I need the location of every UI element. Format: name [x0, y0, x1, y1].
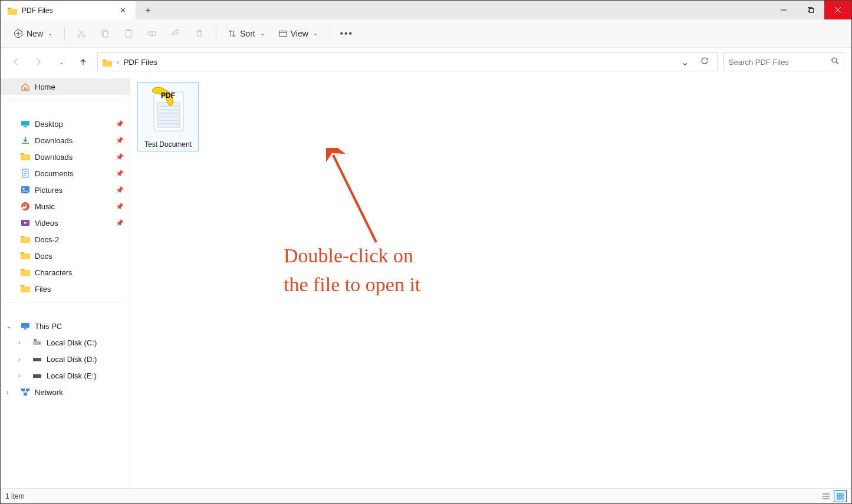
svg-point-16 — [23, 188, 25, 190]
window-controls — [770, 1, 851, 19]
clipboard-icon — [124, 29, 133, 38]
sidebar-quick-item[interactable]: Docs — [1, 248, 130, 264]
new-button[interactable]: New ⌄ — [8, 25, 58, 42]
pin-icon: 📌 — [116, 186, 124, 194]
copy-button[interactable] — [94, 23, 116, 44]
sidebar-home-label: Home — [35, 83, 55, 91]
delete-button[interactable] — [189, 23, 210, 44]
new-label: New — [27, 29, 43, 38]
paste-button[interactable] — [118, 23, 139, 44]
network-icon — [21, 387, 30, 397]
sidebar-quick-item[interactable]: Desktop📌 — [1, 116, 130, 132]
plus-circle-icon — [14, 29, 23, 38]
view-button[interactable]: View ⌄ — [273, 25, 324, 42]
search-icon — [831, 57, 839, 67]
chevron-down-icon: ⌄ — [48, 30, 52, 37]
svg-point-4 — [83, 35, 85, 37]
sidebar-drive-item[interactable]: ›Local Disk (D:) — [1, 351, 130, 367]
tab-close-button[interactable]: ✕ — [117, 6, 129, 15]
chevron-down-icon[interactable]: ⌄ — [6, 323, 11, 330]
sidebar-quick-item[interactable]: Pictures📌 — [1, 182, 130, 198]
sidebar-network[interactable]: › Network — [1, 384, 130, 400]
refresh-button[interactable] — [697, 57, 712, 67]
sidebar-item-label: Pictures — [35, 186, 62, 195]
trash-icon — [195, 29, 204, 38]
sidebar-this-pc[interactable]: ⌄ This PC — [1, 318, 130, 334]
folder-icon — [8, 6, 17, 14]
sidebar-quick-item[interactable]: Characters — [1, 264, 130, 281]
sort-label: Sort — [240, 29, 255, 38]
chevron-down-icon: ⌄ — [59, 59, 64, 65]
sidebar-home[interactable]: Home — [1, 78, 130, 95]
music-icon — [21, 202, 30, 211]
more-button[interactable]: ••• — [336, 23, 357, 44]
chevron-down-icon: ⌄ — [313, 30, 318, 37]
sidebar-quick-item[interactable]: Documents📌 — [1, 165, 130, 182]
sort-button[interactable]: Sort ⌄ — [222, 25, 271, 42]
svg-rect-29 — [26, 388, 29, 391]
view-mode-toggle — [820, 490, 847, 502]
icons-view-button[interactable] — [834, 490, 847, 502]
tab-active[interactable]: PDF Files ✕ — [1, 1, 136, 19]
svg-rect-42 — [841, 493, 843, 496]
sidebar-quick-item[interactable]: Docs-2 — [1, 231, 130, 248]
chevron-right-icon[interactable]: › — [18, 340, 20, 346]
pin-icon: 📌 — [116, 170, 124, 177]
sidebar-item-label: Local Disk (E:) — [47, 371, 97, 380]
file-pane[interactable]: PDF Test Document Double-click on the fi… — [130, 76, 851, 488]
view-label: View — [291, 29, 308, 38]
toolbar: New ⌄ Sort ⌄ View ⌄ — [1, 19, 851, 48]
sidebar-drive-item[interactable]: ›Local Disk (C:) — [1, 334, 130, 351]
address-row: ⌄ › PDF Files ⌄ — [1, 48, 851, 76]
maximize-button[interactable] — [797, 1, 824, 19]
breadcrumb-current[interactable]: PDF Files — [124, 58, 157, 67]
documents-icon — [21, 169, 30, 178]
minimize-button[interactable] — [770, 1, 797, 19]
scissors-icon — [77, 29, 86, 38]
details-view-button[interactable] — [820, 490, 833, 502]
forward-button[interactable] — [30, 54, 47, 70]
share-button[interactable] — [165, 23, 186, 44]
search-box[interactable] — [723, 52, 844, 71]
svg-rect-30 — [24, 393, 27, 396]
pin-icon: 📌 — [116, 153, 124, 161]
sidebar-item-label: Characters — [35, 268, 73, 277]
chevron-right-icon[interactable]: › — [18, 373, 20, 379]
sidebar-network-label: Network — [35, 388, 63, 397]
sidebar-drive-item[interactable]: ›Local Disk (E:) — [1, 367, 130, 384]
svg-point-25 — [39, 359, 40, 360]
new-tab-button[interactable]: ＋ — [136, 1, 160, 19]
sidebar-quick-item[interactable]: Files — [1, 281, 130, 297]
svg-rect-28 — [21, 388, 25, 391]
status-bar: 1 item — [1, 488, 851, 503]
sidebar-item-label: Local Disk (C:) — [47, 338, 97, 347]
up-button[interactable] — [75, 54, 91, 70]
sidebar-quick-item[interactable]: Videos📌 — [1, 215, 130, 231]
sidebar-quick-item[interactable]: Downloads📌 — [1, 132, 130, 149]
back-button[interactable] — [8, 54, 24, 70]
recent-button[interactable]: ⌄ — [52, 54, 69, 70]
sidebar-item-label: Music — [35, 202, 55, 211]
chevron-down-icon[interactable]: ⌄ — [677, 57, 692, 68]
arrow-up-icon — [79, 58, 87, 66]
sidebar-quick-item[interactable]: Music📌 — [1, 198, 130, 215]
chevron-right-icon[interactable]: › — [18, 356, 20, 363]
close-button[interactable] — [824, 1, 851, 19]
sidebar-item-label: Videos — [35, 219, 58, 228]
ellipsis-icon: ••• — [340, 28, 353, 39]
drive-icon — [32, 354, 42, 364]
drive-icon — [32, 338, 42, 347]
address-bar[interactable]: › PDF Files ⌄ — [97, 52, 718, 71]
svg-point-27 — [39, 375, 40, 377]
sidebar-quick-item[interactable]: Downloads📌 — [1, 149, 130, 165]
breadcrumb-sep: › — [117, 58, 119, 65]
tab-title: PDF Files — [22, 6, 113, 15]
cut-button[interactable] — [71, 23, 92, 44]
chevron-right-icon[interactable]: › — [6, 389, 8, 396]
rename-button[interactable] — [142, 23, 163, 44]
file-name: Test Document — [144, 140, 192, 149]
chevron-down-icon: ⌄ — [260, 30, 265, 37]
pin-icon: 📌 — [116, 203, 124, 210]
search-input[interactable] — [729, 58, 831, 67]
file-item[interactable]: PDF Test Document — [137, 82, 199, 151]
